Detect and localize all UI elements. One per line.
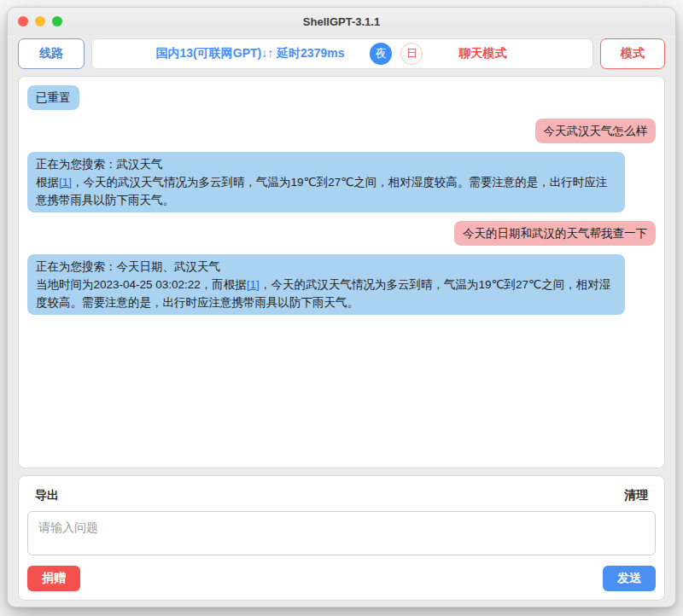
bot-message: 正在为您搜索：今天日期、武汉天气 当地时间为2023-04-25 03:02:2… [27,254,625,315]
connection-status-text: 国内13(可联网GPT)↓↑ 延时2379ms [156,46,345,61]
user-message: 今天的日期和武汉的天气帮我查一下 [454,221,656,246]
bot-message-text: 根据 [36,176,59,189]
user-message: 今天武汉天气怎么样 [535,119,657,143]
bot-message-search-line: 正在为您搜索：今天日期、武汉天气 [36,260,220,273]
chat-history-panel[interactable]: 已重置 今天武汉天气怎么样 正在为您搜索：武汉天气 根据[1]，今天的武汉天气情… [18,76,665,468]
export-button[interactable]: 导出 [35,488,59,503]
donate-button[interactable]: 捐赠 [27,566,80,591]
bot-message-search-line: 正在为您搜索：武汉天气 [36,158,163,171]
question-input[interactable] [27,511,656,555]
bot-message-text: ，今天的武汉天气情况为多云到晴，气温为19℃到27℃之间，相对湿度较高。需要注意… [36,176,607,206]
title-bar: ShellGPT-3.1.1 [8,8,675,35]
window-content: 线路 国内13(可联网GPT)↓↑ 延时2379ms 夜 日 聊天模式 模式 已… [8,35,675,607]
line-button[interactable]: 线路 [18,38,85,69]
connection-status-bar[interactable]: 国内13(可联网GPT)↓↑ 延时2379ms 夜 日 聊天模式 [91,38,593,69]
composer-buttons-row: 捐赠 发送 [27,566,656,591]
clear-button[interactable]: 清理 [624,488,648,503]
citation-link[interactable]: [1] [247,278,260,291]
day-mode-toggle[interactable]: 日 [400,43,423,65]
chat-mode-label[interactable]: 聊天模式 [458,46,506,61]
window-title: ShellGPT-3.1.1 [8,15,675,28]
night-mode-toggle[interactable]: 夜 [370,43,392,65]
bot-message-text: 当地时间为2023-04-25 03:02:22，而根据 [36,278,247,291]
mode-button[interactable]: 模式 [600,38,665,69]
toolbar: 线路 国内13(可联网GPT)↓↑ 延时2379ms 夜 日 聊天模式 模式 [18,38,665,69]
send-button[interactable]: 发送 [603,566,656,591]
composer-panel: 导出 清理 捐赠 发送 [18,475,665,601]
bot-message: 正在为您搜索：武汉天气 根据[1]，今天的武汉天气情况为多云到晴，气温为19℃到… [27,152,625,212]
citation-link[interactable]: [1] [59,176,72,189]
system-message-reset: 已重置 [27,85,79,110]
composer-actions-row: 导出 清理 [27,486,656,503]
app-window: ShellGPT-3.1.1 线路 国内13(可联网GPT)↓↑ 延时2379m… [7,7,676,607]
